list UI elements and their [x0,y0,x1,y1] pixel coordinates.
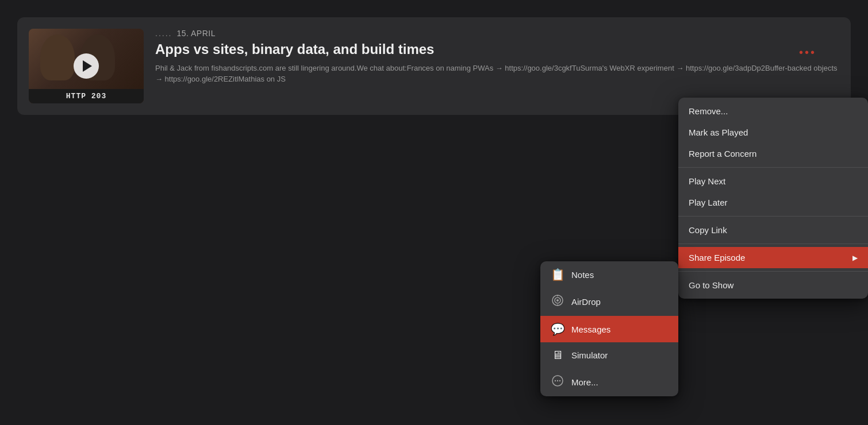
menu-item-go-to-show[interactable]: Go to Show [678,275,868,296]
menu-item-play-later[interactable]: Play Later [678,192,868,213]
play-triangle-icon [83,60,92,72]
episode-title: Apps vs sites, binary data, and build ti… [155,41,839,58]
notes-icon: 📋 [551,268,564,281]
svg-point-7 [557,380,558,381]
chevron-right-icon: ▶ [852,254,858,262]
menu-section-3: Copy Link [678,217,868,244]
menu-item-copy-link[interactable]: Copy Link [678,219,868,241]
simulator-icon: 🖥 [551,349,564,362]
menu-item-remove-label: Remove... [689,106,728,116]
menu-item-go-to-show-label: Go to Show [689,280,733,290]
menu-item-report[interactable]: Report a Concern [678,143,868,164]
episode-dots: ..... [155,29,172,38]
menu-item-mark-played-label: Mark as Played [689,128,748,137]
share-item-airdrop[interactable]: AirDrop [540,288,678,316]
svg-point-8 [559,380,560,381]
share-item-simulator[interactable]: 🖥 Simulator [540,342,678,368]
share-item-more-label: More... [571,377,598,387]
menu-section-1: Remove... Mark as Played Report a Concer… [678,98,868,168]
airdrop-icon [551,294,564,310]
episode-thumbnail[interactable]: HTTP 203 [29,29,144,103]
share-item-more[interactable]: More... [540,368,678,396]
menu-item-copy-link-label: Copy Link [689,225,727,235]
menu-item-play-next[interactable]: Play Next [678,171,868,192]
menu-item-remove[interactable]: Remove... [678,101,868,122]
more-options-button[interactable]: ••• [799,46,816,59]
svg-point-6 [555,380,556,381]
podcast-label: HTTP 203 [29,89,144,103]
menu-section-4: Share Episode ▶ [678,244,868,272]
share-item-simulator-label: Simulator [571,350,608,360]
more-icon [551,374,564,390]
menu-item-share-episode[interactable]: Share Episode ▶ [678,247,868,268]
menu-item-report-label: Report a Concern [689,149,756,159]
episode-meta: ..... 15. APRIL [155,29,839,38]
share-item-notes[interactable]: 📋 Notes [540,261,678,288]
share-item-notes-label: Notes [571,270,594,280]
episode-info: ..... 15. APRIL Apps vs sites, binary da… [155,29,839,85]
menu-item-play-later-label: Play Later [689,198,728,207]
svg-point-2 [556,299,559,302]
share-item-airdrop-label: AirDrop [571,297,601,307]
menu-item-share-episode-label: Share Episode [689,253,745,262]
share-submenu: 📋 Notes AirDrop 💬 Messages 🖥 Simula [540,261,678,396]
episode-date: 15. APRIL [176,29,216,38]
context-menu: Remove... Mark as Played Report a Concer… [678,98,868,299]
menu-item-mark-played[interactable]: Mark as Played [678,122,868,143]
share-item-messages-label: Messages [571,324,610,334]
messages-icon: 💬 [551,322,564,336]
play-button[interactable] [74,53,99,79]
share-item-messages[interactable]: 💬 Messages [540,316,678,342]
menu-section-5: Go to Show [678,272,868,299]
menu-item-play-next-label: Play Next [689,176,725,186]
app-background: HTTP 203 ..... 15. APRIL Apps vs sites, … [0,0,868,425]
menu-section-2: Play Next Play Later [678,168,868,217]
episode-description: Phil & Jack from fishandscripts.com are … [155,63,839,85]
